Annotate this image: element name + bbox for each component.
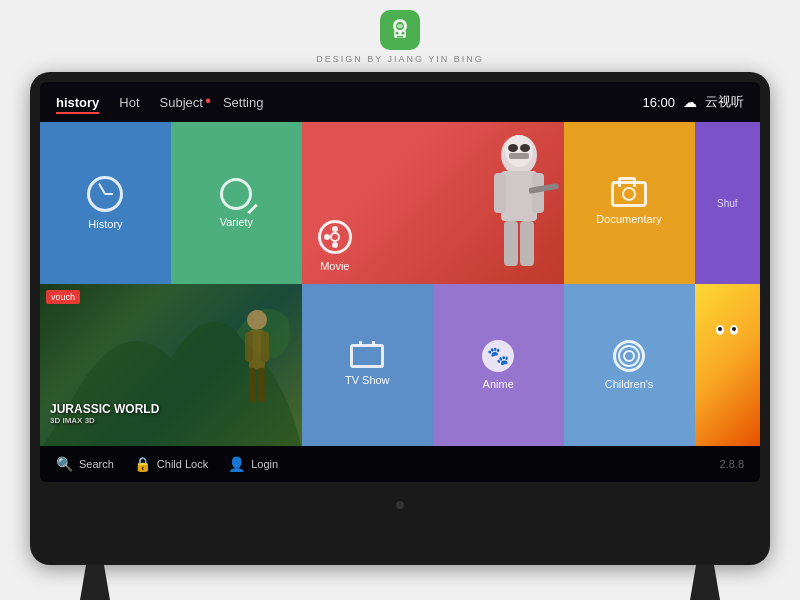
movie-label: Movie: [320, 260, 349, 272]
screen-header: history Hot Subject Setting 16:00 ☁ 云视听: [40, 82, 760, 122]
tv-stands: [0, 565, 800, 600]
svg-rect-20: [245, 332, 253, 362]
header-service: 云视听: [705, 93, 744, 111]
footer-child-lock[interactable]: 🔒 Child Lock: [134, 456, 208, 472]
page-wrapper: DESIGN BY JIANG YIN BING history Hot Sub…: [0, 0, 800, 600]
child-lock-label: Child Lock: [157, 458, 208, 470]
grid-cell-documentary[interactable]: Documentary: [564, 122, 695, 284]
film-dot-2: [332, 242, 338, 248]
anime-label: Anime: [483, 378, 514, 390]
grid-cell-spongebob[interactable]: [695, 284, 760, 446]
history-label: History: [88, 218, 122, 230]
tv-show-icon: [350, 344, 384, 368]
login-label: Login: [251, 458, 278, 470]
person-icon: 👤: [228, 456, 245, 472]
nav-items: history Hot Subject Setting: [56, 95, 642, 110]
footer-search[interactable]: 🔍 Search: [56, 456, 114, 472]
film-dot-1: [332, 226, 338, 232]
shuffle-label: Shuf: [717, 198, 738, 209]
screen-content: History Variety: [40, 122, 760, 446]
tv-center-dot: [396, 501, 404, 509]
screen-footer: 🔍 Search 🔒 Child Lock 👤 Login 2.8.8: [40, 446, 760, 482]
svg-point-5: [402, 32, 405, 35]
sponge-eye-left: [716, 325, 724, 335]
search-icon: 🔍: [56, 456, 73, 472]
cloud-service-icon: ☁: [683, 94, 697, 110]
magnify-icon: [220, 178, 252, 210]
svg-rect-22: [249, 368, 256, 403]
variety-label: Variety: [220, 216, 253, 228]
documentary-label: Documentary: [596, 213, 661, 225]
clock-icon: [87, 176, 123, 212]
film-reel-center: [330, 232, 340, 242]
grid-cell-voucher[interactable]: vouch JURASSIC WORLD 3D IMAX 3D: [40, 284, 302, 446]
tv-stand-right: [690, 565, 720, 600]
tv-stand-left: [80, 565, 110, 600]
film-reel-icon: [318, 220, 352, 254]
logo-area: DESIGN BY JIANG YIN BING: [0, 0, 800, 64]
logo-text: DESIGN BY JIANG YIN BING: [316, 54, 484, 64]
lock-icon: 🔒: [134, 456, 151, 472]
grid-cell-childrens[interactable]: Children's: [564, 284, 695, 446]
nav-item-home[interactable]: history: [56, 95, 99, 110]
svg-point-18: [247, 310, 267, 330]
tv-screen: history Hot Subject Setting 16:00 ☁ 云视听: [40, 82, 760, 482]
grid-cell-movie[interactable]: Movie: [302, 122, 564, 284]
tv-frame: history Hot Subject Setting 16:00 ☁ 云视听: [30, 72, 770, 565]
svg-point-2: [397, 24, 403, 28]
camera-icon: [611, 181, 647, 207]
svg-point-4: [396, 32, 399, 35]
grid-cell-tvshow[interactable]: TV Show: [302, 284, 433, 446]
voucher-badge: vouch: [46, 290, 80, 304]
svg-rect-21: [261, 332, 269, 362]
nav-item-setting[interactable]: Setting: [223, 95, 263, 110]
grid-row-2: vouch JURASSIC WORLD 3D IMAX 3D: [40, 284, 760, 446]
movie-content: Movie: [302, 122, 564, 284]
app-logo-icon: [380, 10, 420, 50]
tv-bezel-bottom: [40, 482, 760, 527]
sponge-eye-right: [730, 325, 738, 335]
svg-rect-23: [258, 368, 265, 403]
version-text: 2.8.8: [720, 458, 744, 470]
svg-rect-6: [397, 36, 403, 38]
sponge-figure: [695, 284, 760, 446]
header-right: 16:00 ☁ 云视听: [642, 93, 744, 111]
tvshow-label: TV Show: [345, 374, 390, 386]
nav-item-hot[interactable]: Hot: [119, 95, 139, 110]
footer-login[interactable]: 👤 Login: [228, 456, 278, 472]
nav-item-subject[interactable]: Subject: [160, 95, 203, 110]
grid-cell-variety[interactable]: Variety: [171, 122, 302, 284]
film-dot-3: [324, 234, 330, 240]
jurassic-title: JURASSIC WORLD 3D IMAX 3D: [50, 402, 159, 426]
sponge-eyes: [695, 325, 760, 335]
jurassic-sub-title: 3D IMAX 3D: [50, 416, 159, 426]
search-label: Search: [79, 458, 114, 470]
spiral-icon: [613, 340, 645, 372]
grid-row-1: History Variety: [40, 122, 760, 284]
childrens-label: Children's: [605, 378, 654, 390]
grid-cell-anime[interactable]: Anime: [433, 284, 564, 446]
jurassic-main-title: JURASSIC WORLD: [50, 402, 159, 416]
anime-icon: [482, 340, 514, 372]
grid-cell-shuffle[interactable]: Shuf: [695, 122, 760, 284]
header-time: 16:00: [642, 95, 675, 110]
grid-cell-history[interactable]: History: [40, 122, 171, 284]
